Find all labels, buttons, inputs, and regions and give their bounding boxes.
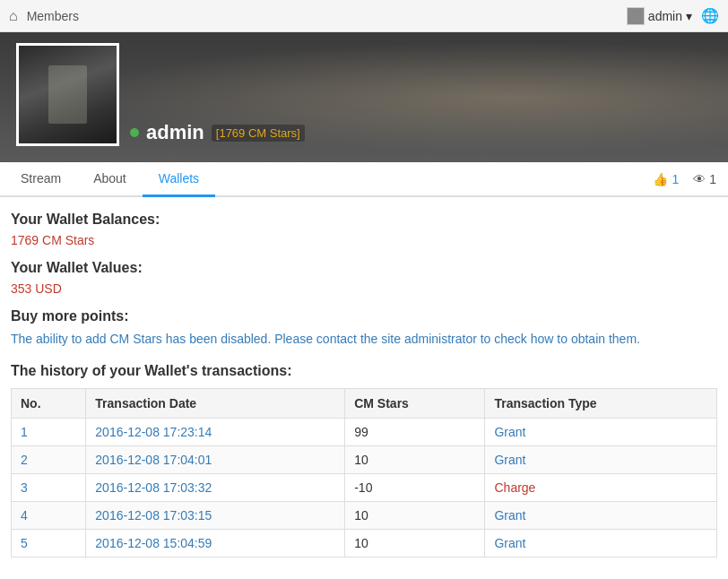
globe-icon[interactable]: 🌐 <box>701 7 719 24</box>
cell-type: Grant <box>485 502 717 530</box>
col-header-date: Transaction Date <box>86 389 345 419</box>
members-link[interactable]: Members <box>27 9 79 23</box>
table-row: 52016-12-08 15:04:5910Grant <box>12 530 717 557</box>
online-status-dot <box>130 128 139 137</box>
admin-avatar-small <box>627 7 645 25</box>
buy-points-description: The ability to add CM Stars has been dis… <box>11 330 717 349</box>
like-count: 1 <box>672 172 679 186</box>
cell-date: 2016-12-08 15:04:59 <box>86 530 345 557</box>
cell-date: 2016-12-08 17:04:01 <box>86 446 345 474</box>
cell-type: Grant <box>485 446 717 474</box>
cell-no: 1 <box>12 419 86 446</box>
like-stat[interactable]: 👍 1 <box>653 172 679 186</box>
buy-points-title: Buy more points: <box>11 308 717 324</box>
col-header-type: Transaction Type <box>485 389 717 419</box>
cell-stars: 99 <box>345 419 485 446</box>
cell-no: 4 <box>12 502 86 530</box>
balances-title: Your Wallet Balances: <box>11 212 717 228</box>
tab-stream[interactable]: Stream <box>4 162 77 197</box>
profile-stars-badge: [1769 CM Stars] <box>212 125 305 142</box>
wallet-value: 353 USD <box>11 281 717 296</box>
table-row: 12016-12-08 17:23:1499Grant <box>12 419 717 446</box>
cell-stars: 10 <box>345 502 485 530</box>
top-navbar: ⌂ Members admin ▾ 🌐 <box>0 0 728 32</box>
tab-about[interactable]: About <box>77 162 143 197</box>
values-title: Your Wallet Values: <box>11 260 717 276</box>
cell-no: 2 <box>12 446 86 474</box>
col-header-no: No. <box>12 389 86 419</box>
table-row: 22016-12-08 17:04:0110Grant <box>12 446 717 474</box>
table-header-row: No. Transaction Date CM Stars Transactio… <box>12 389 717 419</box>
cell-stars: -10 <box>345 474 485 502</box>
cell-type: Grant <box>485 419 717 446</box>
profile-info: admin [1769 CM Stars] <box>130 121 305 144</box>
table-row: 32016-12-08 17:03:32-10Charge <box>12 474 717 502</box>
avatar <box>16 43 119 146</box>
tab-wallets[interactable]: Wallets <box>143 162 215 197</box>
transactions-title: The history of your Wallet's transaction… <box>11 363 717 379</box>
profile-cover: admin [1769 CM Stars] <box>0 32 728 162</box>
cell-date: 2016-12-08 17:03:32 <box>86 474 345 502</box>
cell-no: 3 <box>12 474 86 502</box>
like-icon: 👍 <box>653 172 668 186</box>
cell-date: 2016-12-08 17:03:15 <box>86 502 345 530</box>
table-row: 42016-12-08 17:03:1510Grant <box>12 502 717 530</box>
cell-type: Grant <box>485 530 717 557</box>
view-count: 1 <box>709 172 716 186</box>
tabs-bar: Stream About Wallets 👍 1 👁 1 <box>0 162 728 197</box>
view-icon: 👁 <box>693 172 706 186</box>
home-icon[interactable]: ⌂ <box>9 8 18 24</box>
navbar-right: admin ▾ 🌐 <box>627 7 719 25</box>
admin-menu[interactable]: admin ▾ <box>627 7 692 25</box>
cell-stars: 10 <box>345 530 485 557</box>
balance-value: 1769 CM Stars <box>11 233 717 247</box>
profile-username: admin <box>146 121 204 144</box>
main-content: Your Wallet Balances: 1769 CM Stars Your… <box>0 197 728 572</box>
avatar-image <box>19 46 117 143</box>
cell-no: 5 <box>12 530 86 557</box>
tabs-right-stats: 👍 1 👁 1 <box>653 172 724 186</box>
cell-type: Charge <box>485 474 717 502</box>
view-stat[interactable]: 👁 1 <box>693 172 716 186</box>
col-header-stars: CM Stars <box>345 389 485 419</box>
cell-stars: 10 <box>345 446 485 474</box>
transactions-table: No. Transaction Date CM Stars Transactio… <box>11 388 717 557</box>
admin-dropdown-icon: ▾ <box>686 9 692 23</box>
admin-label: admin <box>648 9 682 23</box>
cell-date: 2016-12-08 17:23:14 <box>86 419 345 446</box>
